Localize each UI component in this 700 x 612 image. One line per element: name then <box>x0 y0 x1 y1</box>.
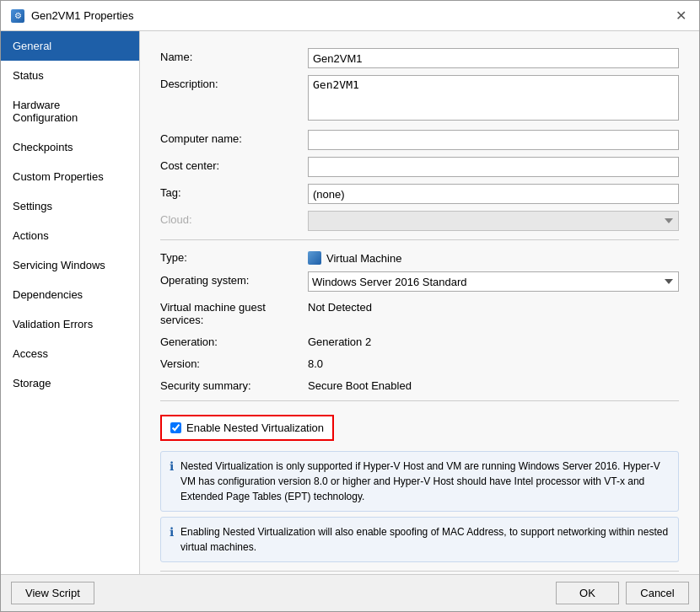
window-icon: ⚙ <box>11 9 24 23</box>
sidebar-item-status[interactable]: Status <box>1 61 139 90</box>
os-field-container: Windows Server 2016 Standard <box>308 271 679 292</box>
description-input[interactable]: Gen2VM1 <box>308 75 679 121</box>
sidebar-item-servicing[interactable]: Servicing Windows <box>1 250 139 280</box>
sidebar-item-access[interactable]: Access <box>1 339 139 368</box>
generation-label: Generation: <box>160 333 308 348</box>
cloud-select[interactable] <box>308 211 679 231</box>
sidebar-item-storage[interactable]: Storage <box>1 368 139 398</box>
generation-value: Generation 2 <box>308 333 679 348</box>
security-row: Security summary: Secure Boot Enabled <box>160 377 679 392</box>
title-bar: ⚙ Gen2VM1 Properties ✕ <box>1 1 699 31</box>
name-row: Name: <box>160 48 679 68</box>
cancel-button[interactable]: Cancel <box>626 582 689 604</box>
sidebar-item-validation[interactable]: Validation Errors <box>1 309 139 339</box>
generation-row: Generation: Generation 2 <box>160 333 679 348</box>
sidebar-item-settings[interactable]: Settings <box>1 191 139 221</box>
name-input[interactable] <box>308 48 679 68</box>
footer-actions: OK Cancel <box>556 582 689 604</box>
cloud-field-container <box>308 211 679 231</box>
description-label: Description: <box>160 75 308 90</box>
divider-2 <box>160 400 679 401</box>
info-text-2: Enabling Nested Virtualization will also… <box>180 524 670 555</box>
info-box-2: ℹ Enabling Nested Virtualization will al… <box>160 517 679 562</box>
guest-services-row: Virtual machine guest services: Not Dete… <box>160 298 679 326</box>
version-value: 8.0 <box>308 355 679 370</box>
cost-center-label: Cost center: <box>160 157 308 172</box>
cloud-row: Cloud: <box>160 211 679 231</box>
guest-services-value: Not Detected <box>308 298 679 314</box>
guest-services-label: Virtual machine guest services: <box>160 298 308 326</box>
computer-name-input[interactable] <box>308 130 679 150</box>
divider-1 <box>160 239 679 240</box>
security-label: Security summary: <box>160 377 308 392</box>
security-value: Secure Boot Enabled <box>308 377 679 392</box>
divider-3 <box>160 571 679 572</box>
os-select[interactable]: Windows Server 2016 Standard <box>308 271 679 292</box>
nested-virt-label: Enable Nested Virtualization <box>186 421 324 434</box>
info-box-1: ℹ Nested Virtualization is only supporte… <box>160 451 679 512</box>
description-row: Description: Gen2VM1 <box>160 75 679 123</box>
sidebar-item-actions[interactable]: Actions <box>1 221 139 250</box>
sidebar: General Status Hardware Configuration Ch… <box>1 31 140 574</box>
footer: View Script OK Cancel <box>1 574 699 611</box>
sidebar-item-general[interactable]: General <box>1 31 139 61</box>
type-value-container: Virtual Machine <box>308 249 679 265</box>
window-title: Gen2VM1 Properties <box>31 9 133 22</box>
sidebar-item-checkpoints[interactable]: Checkpoints <box>1 132 139 162</box>
os-row: Operating system: Windows Server 2016 St… <box>160 271 679 292</box>
type-row: Type: Virtual Machine <box>160 249 679 265</box>
os-label: Operating system: <box>160 271 308 287</box>
dialog-window: ⚙ Gen2VM1 Properties ✕ General Status Ha… <box>0 0 700 612</box>
tag-field-container <box>308 184 679 204</box>
cost-center-field-container <box>308 157 679 177</box>
name-label: Name: <box>160 48 308 63</box>
info-icon-2: ℹ <box>170 525 174 539</box>
version-row: Version: 8.0 <box>160 355 679 370</box>
description-field-container: Gen2VM1 <box>308 75 679 123</box>
version-label: Version: <box>160 355 308 370</box>
title-bar-left: ⚙ Gen2VM1 Properties <box>11 9 133 23</box>
type-value: Virtual Machine <box>326 252 401 265</box>
vm-icon <box>308 251 321 265</box>
computer-name-field-container <box>308 130 679 150</box>
tag-input[interactable] <box>308 184 679 204</box>
ok-button[interactable]: OK <box>556 582 619 604</box>
nested-virt-checkbox-label[interactable]: Enable Nested Virtualization <box>160 415 334 441</box>
type-label: Type: <box>160 249 308 264</box>
type-value-row: Virtual Machine <box>308 251 679 265</box>
cost-center-row: Cost center: <box>160 157 679 177</box>
content-area: Name: Description: Gen2VM1 Computer name… <box>140 31 699 574</box>
info-icon-1: ℹ <box>170 459 174 473</box>
tag-label: Tag: <box>160 184 308 199</box>
cost-center-input[interactable] <box>308 157 679 177</box>
computer-name-label: Computer name: <box>160 130 308 145</box>
tag-row: Tag: <box>160 184 679 204</box>
sidebar-item-dependencies[interactable]: Dependencies <box>1 280 139 309</box>
nested-virt-checkbox[interactable] <box>170 422 181 433</box>
view-script-button[interactable]: View Script <box>11 582 94 604</box>
main-content: General Status Hardware Configuration Ch… <box>1 31 699 574</box>
info-text-1: Nested Virtualization is only supported … <box>180 459 670 504</box>
sidebar-item-custom-props[interactable]: Custom Properties <box>1 162 139 191</box>
nested-virt-row: Enable Nested Virtualization <box>160 410 679 446</box>
close-button[interactable]: ✕ <box>672 8 689 24</box>
name-field-container <box>308 48 679 68</box>
sidebar-item-hardware[interactable]: Hardware Configuration <box>1 90 139 132</box>
cloud-label: Cloud: <box>160 211 308 226</box>
computer-name-row: Computer name: <box>160 130 679 150</box>
